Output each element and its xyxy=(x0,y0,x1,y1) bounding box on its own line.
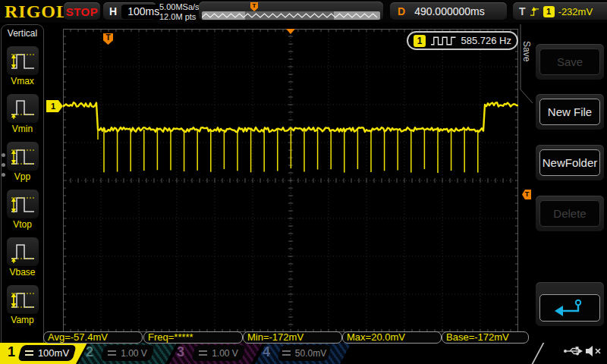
channel2-status[interactable]: 2 1.00 V xyxy=(78,343,177,364)
delay-readout[interactable]: D 490.000000ms xyxy=(390,2,507,20)
dc-coupling-icon xyxy=(282,350,291,356)
trigger-readout[interactable]: T 1 -232mV xyxy=(513,2,607,20)
vbase-icon xyxy=(7,237,39,266)
channel-scale: 1.00 V xyxy=(121,348,147,359)
measurement-freq[interactable]: Freq=***** xyxy=(143,331,243,344)
acquisition-info: 5.00MSa/s 12.0M pts xyxy=(159,2,200,21)
memory-depth: 12.0M pts xyxy=(159,12,200,22)
menu-title: Vertical xyxy=(2,28,43,39)
channel4-status[interactable]: 4 50.0mV xyxy=(255,343,351,364)
menu-item-vamp[interactable]: Vamp xyxy=(2,285,43,325)
return-arrow-icon xyxy=(553,298,587,318)
dc-coupling-icon xyxy=(199,350,207,356)
dc-coupling-icon xyxy=(108,350,116,356)
dc-coupling-icon xyxy=(25,350,33,356)
record-waveform-preview xyxy=(202,11,380,20)
measurement-min[interactable]: Min=-172mV xyxy=(243,331,342,344)
counter-value: 585.726 Hz xyxy=(461,35,512,46)
trigger-label: T xyxy=(519,5,526,17)
horizontal-label: H xyxy=(109,5,117,17)
trigger-position-mini-flag[interactable]: T xyxy=(250,2,258,11)
button-label: New File xyxy=(548,105,592,118)
vmax-icon xyxy=(7,46,39,75)
counter-source-badge: 1 xyxy=(414,35,426,47)
button-label: Delete xyxy=(553,207,586,220)
run-stop-status[interactable]: STOP xyxy=(64,2,100,20)
frequency-counter: 1 585.726 Hz xyxy=(407,31,518,50)
button-label: Save xyxy=(557,55,583,68)
vertical-measure-menu: Vertical Vmax Vmin xyxy=(1,24,44,343)
trigger-level-value: -232mV xyxy=(558,6,593,17)
menu-page-dots xyxy=(2,153,5,183)
sample-rate: 5.00MSa/s xyxy=(159,2,200,12)
channel-number: 2 xyxy=(86,344,93,360)
speaker-muted-icon[interactable] xyxy=(584,344,602,358)
measurement-max[interactable]: Max=20.0mV xyxy=(342,331,442,344)
vtop-icon xyxy=(7,190,39,218)
button-label: NewFolder xyxy=(543,156,598,169)
rising-edge-icon xyxy=(530,6,539,17)
vmin-icon xyxy=(7,94,39,123)
status-divider xyxy=(532,343,545,364)
top-status-bar: RIGOL STOP H 100ms 5.00MSa/s 12.0M pts T… xyxy=(0,0,607,23)
menu-tab-outline xyxy=(517,23,536,129)
menu-item-vtop[interactable]: Vtop xyxy=(2,190,43,230)
menu-item-label: Vmax xyxy=(11,76,34,86)
menu-tab-save: Save xyxy=(521,41,532,61)
stop-label: STOP xyxy=(66,5,99,18)
delete-button[interactable]: Delete xyxy=(536,196,604,231)
menu-item-label: Vtop xyxy=(13,219,32,230)
new-folder-button[interactable]: NewFolder xyxy=(536,145,604,180)
record-bar[interactable] xyxy=(202,11,380,20)
graticule-and-trace xyxy=(63,29,518,332)
trigger-source-badge: 1 xyxy=(543,6,555,17)
vpp-icon xyxy=(7,142,39,171)
menu-item-vpp[interactable]: Vpp xyxy=(2,142,43,182)
measurement-base[interactable]: Base=-172mV xyxy=(442,331,529,344)
square-wave-icon xyxy=(430,36,457,46)
channel-scale: 50.0mV xyxy=(295,348,326,359)
measurement-avg[interactable]: Avg=-57.4mV xyxy=(43,331,143,344)
horizontal-timebase[interactable]: H 100ms xyxy=(103,2,156,20)
menu-item-vmin[interactable]: Vmin xyxy=(2,94,43,134)
channel-scale-box: 1.00 V xyxy=(100,345,155,361)
save-button[interactable]: Save xyxy=(536,44,604,80)
rigol-logo: RIGOL xyxy=(5,2,69,22)
channel-status-bar: 1 100mV 2 1.00 V 3 1.00 V xyxy=(0,343,607,364)
channel-number: 1 xyxy=(8,344,15,360)
back-button[interactable] xyxy=(536,282,604,326)
menu-item-label: Vbase xyxy=(9,267,35,278)
menu-item-vmax[interactable]: Vmax xyxy=(2,46,43,86)
menu-item-vbase[interactable]: Vbase xyxy=(2,237,43,278)
channel-number: 4 xyxy=(263,344,270,360)
vamp-icon xyxy=(7,285,39,314)
menu-item-label: Vpp xyxy=(14,171,30,182)
channel1-level-marker[interactable]: 1 xyxy=(46,100,63,112)
channel-scale: 1.00 V xyxy=(212,348,238,359)
channel-scale-box: 1.00 V xyxy=(191,345,246,361)
oscilloscope-screen: RIGOL STOP H 100ms 5.00MSa/s 12.0M pts T… xyxy=(0,0,607,364)
save-menu: Save Save New File NewFolder Delete xyxy=(531,23,607,343)
waveform-display xyxy=(63,29,518,332)
channel3-status[interactable]: 3 1.00 V xyxy=(169,343,263,364)
memory-position-bar[interactable]: T xyxy=(199,2,383,21)
delay-label: D xyxy=(398,5,405,17)
usb-icon xyxy=(563,346,583,356)
menu-item-label: Vamp xyxy=(11,315,33,325)
channel-scale-box: 50.0mV xyxy=(277,345,332,361)
channel-scale-box: 100mV xyxy=(17,345,77,361)
channel-scale: 100mV xyxy=(38,347,69,359)
horizontal-center-marker xyxy=(286,29,295,34)
menu-item-label: Vmin xyxy=(12,124,33,134)
delay-value: 490.000000ms xyxy=(414,5,485,17)
new-file-button[interactable]: New File xyxy=(536,94,604,130)
channel-number: 3 xyxy=(177,344,184,360)
channel1-status[interactable]: 1 100mV xyxy=(0,343,87,364)
